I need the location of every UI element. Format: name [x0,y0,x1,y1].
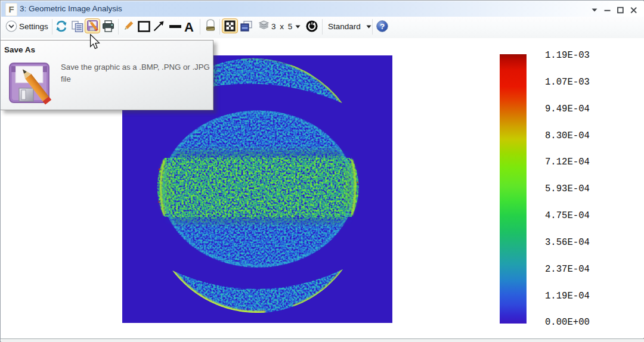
svg-text:?: ? [380,22,385,31]
